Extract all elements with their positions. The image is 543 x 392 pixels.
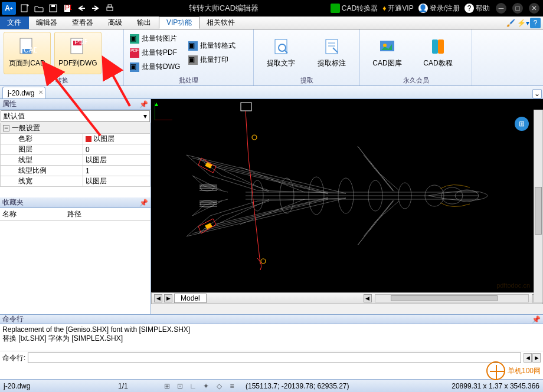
default-dropdown[interactable]: 默认值 ▾ (1, 110, 150, 122)
command-log: Replacement of the [Geniso.SHX] font wit… (0, 324, 543, 351)
svg-line-53 (364, 200, 393, 236)
tab-left-icon[interactable]: ◀ (154, 294, 162, 302)
minimize-button[interactable]: ─ (496, 3, 506, 14)
svg-line-52 (369, 161, 394, 192)
batch-image-button[interactable]: ▣批量转图片 (127, 32, 182, 45)
batch-dwg-button[interactable]: ▣批量转DWG (127, 61, 182, 74)
cad-converter-link[interactable]: CAD转换器 (331, 4, 378, 14)
app-logo: A+ (2, 2, 16, 15)
menu-bar: 文件 编辑器 查看器 高级 输出 VIP功能 相关软件 🖌️ ⚡▾ ? (0, 17, 543, 29)
close-button[interactable]: ✕ (529, 3, 539, 14)
batch-pdf-button[interactable]: PDF批量转PDF (127, 47, 182, 60)
grid-icon[interactable]: ⊞ (162, 381, 172, 391)
extract-anno-button[interactable]: 提取标注 (308, 32, 355, 74)
vip-link[interactable]: ♦开通VIP (382, 4, 413, 14)
file-tabs: j-20.dwg ✕ ⌄ (0, 86, 543, 99)
scroll-left-icon[interactable]: ◀ (364, 294, 372, 302)
gallery-icon (378, 37, 397, 56)
svg-rect-23 (432, 39, 438, 54)
close-tab-icon[interactable]: ✕ (38, 89, 43, 95)
batch-format-button[interactable]: ▣批量转格式 (186, 39, 239, 52)
svg-line-51 (364, 155, 393, 191)
file-tab[interactable]: j-20.dwg ✕ (2, 87, 45, 98)
print-icon[interactable] (103, 1, 117, 15)
extract-text-button[interactable]: 提取文字 (257, 32, 305, 74)
svg-point-58 (261, 259, 266, 263)
polar-icon[interactable]: ✦ (201, 381, 211, 391)
page-to-cad-label: 页面到CAD (9, 58, 45, 68)
pin-icon[interactable]: 📌 (532, 315, 541, 324)
v-scrollbar[interactable] (534, 110, 543, 302)
status-tools: ⊞ ⊡ ∟ ✦ ◇ ≡ (162, 381, 237, 391)
pdf-icon[interactable]: PDF (60, 1, 74, 15)
group-batch-label: 批处理 (124, 76, 253, 85)
table-row[interactable]: 线型比例1 (1, 166, 151, 176)
save-icon[interactable] (46, 1, 60, 15)
table-row[interactable]: 线宽以图层 (1, 176, 151, 187)
maximize-button[interactable]: □ (512, 3, 523, 14)
group-member-label: 永久会员 (360, 76, 472, 85)
menu-output[interactable]: 输出 (130, 17, 159, 29)
menu-viewer[interactable]: 查看器 (65, 17, 101, 29)
pin-icon[interactable]: 📌 (139, 199, 148, 207)
drawing-canvas[interactable]: ⊞ (151, 99, 543, 292)
snap-icon[interactable]: ⊡ (175, 381, 185, 391)
help-link[interactable]: ?帮助 (465, 4, 490, 14)
fav-header: 收藏夹 📌 (0, 197, 151, 208)
group-convert-label: 转换 (0, 76, 123, 85)
aircraft-wireframe (151, 99, 529, 292)
chevron-down-icon: ▾ (143, 112, 147, 120)
pdf-to-dwg-button[interactable]: PDF PDF到DWG (54, 32, 102, 74)
undo-icon[interactable] (74, 1, 89, 15)
menu-file[interactable]: 文件 (0, 17, 29, 29)
menu-advanced[interactable]: 高级 (101, 17, 130, 29)
svg-rect-7 (107, 7, 113, 11)
table-row[interactable]: 图层0 (1, 144, 151, 155)
left-panel: 属性 📌 默认值 ▾ −一般设置 色彩以图层 图层0 线型以图层 线型比例1 线… (0, 99, 151, 314)
properties-table: −一般设置 色彩以图层 图层0 线型以图层 线型比例1 线宽以图层 (0, 123, 151, 187)
cad-gallery-button[interactable]: CAD图库 (364, 32, 411, 74)
model-bar: ◀ ▶ Model ◀ ▶ (151, 292, 543, 304)
batch-print-button[interactable]: ▣批量打印 (186, 54, 239, 67)
pin-icon[interactable]: 📌 (139, 100, 148, 108)
help-menu-icon[interactable]: ? (530, 18, 541, 28)
collapse-toggle[interactable]: − (3, 125, 9, 131)
status-coords: (155113.7; -20139.78; 62935.27) (246, 382, 443, 390)
svg-line-47 (204, 198, 328, 229)
status-dims: 20899.31 x 1.37 x 3545.366 (452, 382, 539, 390)
menu-editor[interactable]: 编辑器 (29, 17, 65, 29)
ortho-icon[interactable]: ∟ (188, 381, 198, 391)
svg-rect-24 (438, 39, 444, 54)
lineweight-icon[interactable]: ≡ (227, 381, 237, 391)
menu-related[interactable]: 相关软件 (199, 17, 243, 29)
tutorial-icon (428, 37, 447, 56)
user-icon: 👤 (418, 4, 428, 13)
menu-vip[interactable]: VIP功能 (159, 17, 199, 29)
osnap-icon[interactable]: ◇ (214, 381, 224, 391)
cmd-right-icon[interactable]: ▶ (532, 353, 541, 363)
expand-tabs-icon[interactable]: ⌄ (532, 89, 542, 98)
open-icon[interactable] (32, 1, 46, 15)
command-input[interactable] (28, 353, 521, 363)
login-link[interactable]: 👤登录/注册 (418, 4, 460, 14)
page-to-cad-button[interactable]: CAD 页面到CAD (4, 32, 51, 74)
svg-line-50 (240, 199, 305, 225)
tab-right-icon[interactable]: ▶ (164, 294, 172, 302)
h-scrollbar[interactable] (375, 294, 529, 302)
cmd-left-icon[interactable]: ◀ (524, 353, 532, 363)
collapse-ribbon-icon[interactable]: ⚡▾ (518, 18, 528, 28)
svg-rect-4 (51, 5, 55, 7)
table-row[interactable]: 线型以图层 (1, 155, 151, 166)
new-icon[interactable] (18, 1, 32, 15)
pdf-small-icon: PDF (130, 48, 139, 58)
model-tab[interactable]: Model (174, 294, 207, 303)
redo-icon[interactable] (89, 1, 103, 15)
canvas-watermark: pdftodoc.cn (496, 282, 530, 289)
style-icon[interactable]: 🖌️ (505, 18, 516, 28)
cad-tutorial-button[interactable]: CAD教程 (414, 32, 462, 74)
table-row[interactable]: 色彩以图层 (1, 134, 151, 144)
extract-text-icon (272, 37, 290, 56)
fav-columns: 名称 路径 (0, 208, 151, 221)
pdf-to-dwg-label: PDF到DWG (58, 58, 97, 68)
format-icon: ▣ (188, 41, 198, 51)
